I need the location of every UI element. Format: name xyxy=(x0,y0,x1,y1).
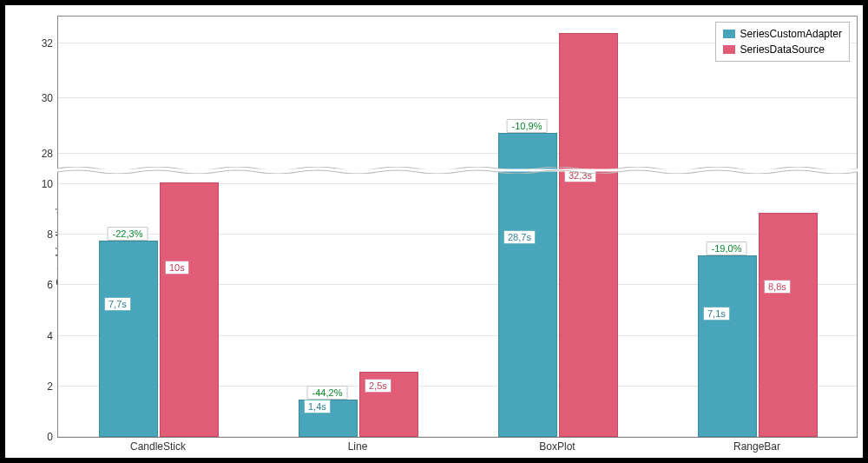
bar-SeriesCustomAdapter xyxy=(698,255,757,437)
percent-change-label: -22,3% xyxy=(108,227,148,241)
legend-label: SeriesCustomAdapter xyxy=(740,26,842,42)
y-tick-label: 28 xyxy=(42,148,58,160)
y-tick-label: 4 xyxy=(47,330,58,342)
x-tick-label: CandleStick xyxy=(130,437,186,453)
value-label: 8,8s xyxy=(764,280,791,294)
bar-SeriesDataSource xyxy=(160,182,219,437)
percent-change-label: -10,9% xyxy=(507,119,548,133)
y-tick-label: 2 xyxy=(47,380,58,393)
percent-change-label: -19,0% xyxy=(707,241,747,255)
value-label: 1,4s xyxy=(304,400,331,413)
value-label: 7,7s xyxy=(104,297,131,311)
y-tick-label: 6 xyxy=(47,279,58,291)
value-label: 10s xyxy=(165,261,189,274)
legend-item-datasource: SeriesDataSource xyxy=(723,42,842,57)
bar-SeriesDataSource xyxy=(759,213,818,437)
y-tick-label: 8 xyxy=(47,228,58,241)
x-tick-label: Line xyxy=(348,437,368,453)
value-label: 32,3s xyxy=(564,169,596,182)
x-tick-label: RangeBar xyxy=(733,437,780,453)
bar-SeriesDataSource xyxy=(559,33,618,437)
y-tick-label: 0 xyxy=(47,431,58,443)
y-tick-label: 10 xyxy=(42,178,58,190)
value-label: 2,5s xyxy=(365,379,391,393)
bar-SeriesCustomAdapter xyxy=(99,241,158,437)
y-tick-label: 30 xyxy=(42,92,58,104)
legend-label: SeriesDataSource xyxy=(740,42,825,57)
value-label: 7,1s xyxy=(703,307,730,321)
gridline xyxy=(58,97,857,98)
legend-swatch-icon xyxy=(723,45,735,54)
axis-break-icon xyxy=(57,167,858,174)
legend-item-adapter: SeriesCustomAdapter xyxy=(723,26,842,42)
svg-rect-0 xyxy=(57,169,858,172)
bar-SeriesCustomAdapter xyxy=(498,133,557,437)
legend-swatch-icon xyxy=(723,30,735,38)
y-tick-label: 32 xyxy=(42,37,58,50)
chart-plot-area: SeriesCustomAdapter SeriesDataSource 7,7… xyxy=(57,16,858,438)
gridline xyxy=(58,153,857,154)
x-tick-label: BoxPlot xyxy=(539,437,575,453)
legend: SeriesCustomAdapter SeriesDataSource xyxy=(715,22,850,62)
percent-change-label: -44,2% xyxy=(307,386,348,400)
value-label: 28,7s xyxy=(503,230,536,244)
